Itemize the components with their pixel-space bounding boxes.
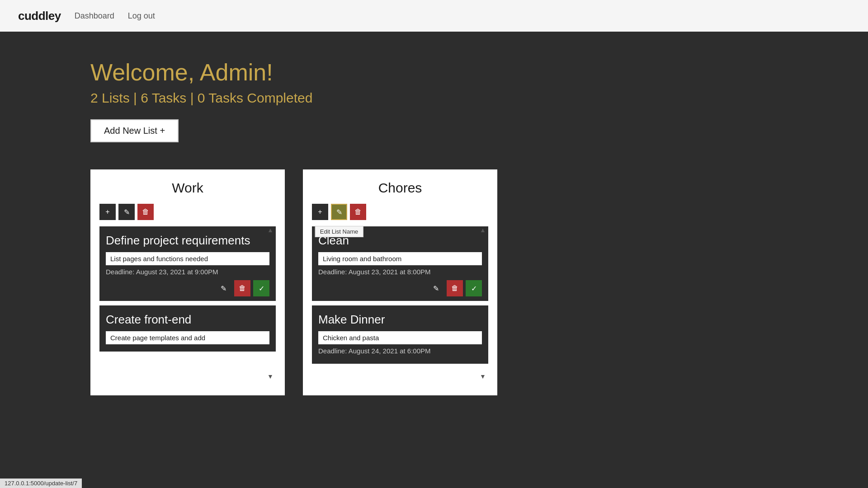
- work-list-actions: + ✎ 🗑: [99, 204, 276, 220]
- trash-icon: 🗑: [239, 284, 246, 292]
- edit-list-tooltip-container: ✎ Edit List Name: [331, 204, 347, 220]
- chores-tasks-list: Clean Living room and bathroom Deadline:…: [312, 226, 488, 380]
- work-edit-list-button[interactable]: ✎: [118, 204, 135, 220]
- scroll-down-arrow[interactable]: ▼: [267, 373, 274, 380]
- task-complete-button[interactable]: ✓: [253, 280, 269, 296]
- chores-add-task-button[interactable]: +: [312, 204, 328, 220]
- trash-icon: 🗑: [354, 208, 362, 216]
- check-icon: ✓: [259, 284, 264, 293]
- task-item: Make Dinner Chicken and pasta Deadline: …: [312, 305, 488, 364]
- task-title: Create front-end: [106, 313, 269, 327]
- plus-icon: +: [105, 208, 109, 216]
- edit-icon: ✎: [336, 208, 342, 216]
- task-complete-button[interactable]: ✓: [466, 280, 482, 296]
- welcome-title: Welcome, Admin!: [90, 59, 778, 86]
- lists-container: Work + ✎ 🗑 Define project requirements L…: [0, 160, 868, 404]
- chores-edit-list-button[interactable]: ✎: [331, 204, 347, 220]
- task-item: Define project requirements List pages a…: [99, 226, 276, 301]
- task-delete-button[interactable]: 🗑: [234, 280, 250, 296]
- scroll-down-arrow[interactable]: ▼: [479, 373, 486, 380]
- edit-icon: ✎: [433, 284, 439, 293]
- task-item: Create front-end Create page templates a…: [99, 305, 276, 352]
- edit-icon: ✎: [124, 208, 130, 216]
- chores-list-actions: + ✎ Edit List Name 🗑: [312, 204, 488, 220]
- status-bar: 127.0.0.1:5000/update-list/7: [0, 479, 82, 488]
- chores-list-title: Chores: [312, 180, 488, 196]
- trash-icon: 🗑: [142, 208, 149, 216]
- hero-section: Welcome, Admin! 2 Lists | 6 Tasks | 0 Ta…: [0, 32, 868, 160]
- nav-dashboard[interactable]: Dashboard: [75, 11, 114, 21]
- plus-icon: +: [318, 208, 322, 216]
- work-list-title: Work: [99, 180, 276, 196]
- edit-icon: ✎: [221, 284, 226, 293]
- task-item: Clean Living room and bathroom Deadline:…: [312, 226, 488, 301]
- task-title: Make Dinner: [318, 313, 482, 327]
- navbar: cuddley Dashboard Log out: [0, 0, 868, 32]
- brand-logo: cuddley: [18, 9, 61, 23]
- task-delete-button[interactable]: 🗑: [447, 280, 463, 296]
- scroll-up-arrow[interactable]: ▲: [479, 226, 486, 234]
- nav-logout[interactable]: Log out: [128, 11, 155, 21]
- task-deadline: Deadline: August 24, 2021 at 6:00PM: [318, 347, 482, 355]
- add-new-list-button[interactable]: Add New List +: [90, 119, 179, 142]
- work-tasks-list: Define project requirements List pages a…: [99, 226, 276, 380]
- trash-icon: 🗑: [451, 284, 458, 292]
- task-deadline: Deadline: August 23, 2021 at 8:00PM: [318, 268, 482, 276]
- work-add-task-button[interactable]: +: [99, 204, 116, 220]
- task-deadline: Deadline: August 23, 2021 at 9:00PM: [106, 268, 269, 276]
- work-tasks-scroll-wrapper: Define project requirements List pages a…: [99, 226, 276, 380]
- task-description: Create page templates and add: [106, 331, 269, 344]
- task-edit-button[interactable]: ✎: [215, 280, 231, 296]
- scroll-up-arrow[interactable]: ▲: [267, 226, 274, 234]
- chores-tasks-scroll-wrapper: Clean Living room and bathroom Deadline:…: [312, 226, 488, 380]
- task-description: List pages and functions needed: [106, 252, 269, 265]
- work-delete-list-button[interactable]: 🗑: [137, 204, 154, 220]
- task-description: Living room and bathroom: [318, 252, 482, 265]
- work-list-card: Work + ✎ 🗑 Define project requirements L…: [90, 169, 285, 395]
- task-description: Chicken and pasta: [318, 331, 482, 344]
- task-title: Define project requirements: [106, 234, 269, 248]
- check-icon: ✓: [471, 284, 477, 293]
- task-actions: ✎ 🗑 ✓: [106, 280, 269, 296]
- chores-list-card: Chores + ✎ Edit List Name 🗑 Clean Living…: [303, 169, 497, 395]
- task-edit-button[interactable]: ✎: [428, 280, 444, 296]
- task-actions: ✎ 🗑 ✓: [318, 280, 482, 296]
- chores-delete-list-button[interactable]: 🗑: [350, 204, 366, 220]
- task-title: Clean: [318, 234, 482, 248]
- stats-subtitle: 2 Lists | 6 Tasks | 0 Tasks Completed: [90, 90, 778, 106]
